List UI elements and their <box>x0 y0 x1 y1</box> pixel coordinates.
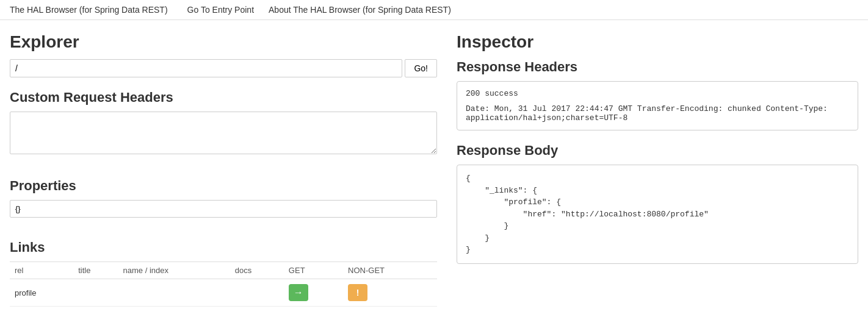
col-title: title <box>73 262 118 279</box>
properties-input[interactable] <box>10 200 437 218</box>
response-headers-heading: Response Headers <box>457 59 858 75</box>
col-name-index: name / index <box>118 262 230 279</box>
col-docs: docs <box>230 262 284 279</box>
cell-title <box>73 279 118 307</box>
table-row: profile→! <box>10 279 437 307</box>
links-table: rel title name / index docs GET NON-GET … <box>10 262 437 307</box>
cell-docs <box>230 279 284 307</box>
col-get: GET <box>284 262 343 279</box>
right-panel: Inspector Response Headers 200 success D… <box>457 32 858 307</box>
response-body-box: { "_links": { "profile": { "href": "http… <box>457 165 858 264</box>
go-to-entry-point-link[interactable]: Go To Entry Point <box>187 5 254 15</box>
col-nonget: NON-GET <box>343 262 437 279</box>
url-input[interactable] <box>10 59 402 77</box>
response-headers-box: 200 success Date: Mon, 31 Jul 2017 22:44… <box>457 81 858 130</box>
url-row: Go! <box>10 59 437 77</box>
custom-headers-heading: Custom Request Headers <box>10 90 437 105</box>
main-container: Explorer Go! Custom Request Headers Prop… <box>0 20 868 319</box>
get-button[interactable]: → <box>289 284 308 301</box>
col-rel: rel <box>10 262 73 279</box>
go-button[interactable]: Go! <box>405 59 437 77</box>
top-nav: The HAL Browser (for Spring Data REST) G… <box>0 0 868 20</box>
left-panel: Explorer Go! Custom Request Headers Prop… <box>10 32 437 307</box>
custom-headers-section: Custom Request Headers <box>10 90 437 168</box>
cell-rel: profile <box>10 279 73 307</box>
links-heading: Links <box>10 240 437 255</box>
response-headers-detail: Date: Mon, 31 Jul 2017 22:44:47 GMT Tran… <box>466 104 849 123</box>
response-body-heading: Response Body <box>457 143 858 158</box>
properties-section: Properties <box>10 178 437 230</box>
nonget-button[interactable]: ! <box>348 284 367 301</box>
app-title: The HAL Browser (for Spring Data REST) <box>10 5 168 15</box>
inspector-heading: Inspector <box>457 32 858 52</box>
explorer-heading: Explorer <box>10 32 437 52</box>
links-table-header-row: rel title name / index docs GET NON-GET <box>10 262 437 279</box>
cell-name-index <box>118 279 230 307</box>
links-section: Links rel title name / index docs GET NO… <box>10 240 437 307</box>
about-link[interactable]: About The HAL Browser (for Spring Data R… <box>269 5 451 15</box>
custom-headers-textarea[interactable] <box>10 112 437 154</box>
response-status: 200 success <box>466 89 849 98</box>
properties-heading: Properties <box>10 178 437 194</box>
links-tbody: profile→! <box>10 279 437 307</box>
